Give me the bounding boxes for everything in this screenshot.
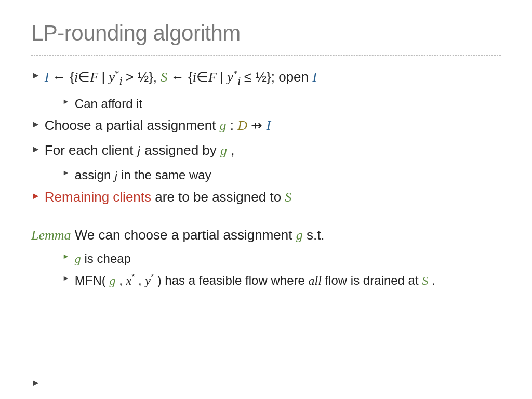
lemma-g: g xyxy=(296,228,303,243)
sub-bullet-arrow-3: ► xyxy=(62,168,70,177)
bullet-list: ► I ← {i∈F | y*i > ½}, S ← {i∈F | y*i ≤ … xyxy=(31,68,501,206)
bullet1-content: I ← {i∈F | y*i > ½}, S ← {i∈F | y*i ≤ ½}… xyxy=(45,68,317,88)
sub-bullet-3: ► assign j in the same way xyxy=(31,167,501,183)
bullet-item-4: ► Remaining clients are to be assigned t… xyxy=(31,189,501,206)
lemma-sub-2-text: MFN( g , x* , y* ) has a feasible flow w… xyxy=(75,272,435,289)
sub-bullet-3-text: assign j in the same way xyxy=(75,167,211,183)
sub-bullet-arrow-1: ► xyxy=(62,97,70,106)
bullet-item-3: ► For each client j assigned by g , xyxy=(31,142,501,159)
lemma-sub-1: ► g is cheap xyxy=(31,250,501,267)
bottom-divider xyxy=(31,374,501,374)
bullet3-content: For each client j assigned by g , xyxy=(45,142,235,159)
slide-title: LP-rounding algorithm xyxy=(31,21,501,46)
bottom-nav-arrow[interactable]: ► xyxy=(31,378,41,389)
bullet-arrow-2: ► xyxy=(31,118,41,130)
bullet-arrow-3: ► xyxy=(31,143,41,155)
bullet-arrow-4: ► xyxy=(31,190,41,202)
bullet-item-1: ► I ← {i∈F | y*i > ½}, S ← {i∈F | y*i ≤ … xyxy=(31,68,501,88)
slide: LP-rounding algorithm ► I ← {i∈F | y*i >… xyxy=(0,0,532,399)
top-divider xyxy=(31,55,501,56)
lemma-st: s.t. xyxy=(307,227,325,243)
bullet2-content: Choose a partial assignment g : D ⇸ I xyxy=(45,117,271,135)
lemma-sub-1-text: g is cheap xyxy=(75,250,131,267)
bullet4-content: Remaining clients are to be assigned to … xyxy=(45,189,292,206)
lemma-sub-arrow-1: ► xyxy=(62,251,70,261)
lemma-text: We can choose a partial assignment xyxy=(75,227,296,243)
bullet-arrow-1: ► xyxy=(31,70,41,82)
sub-bullet-1: ► Can afford it xyxy=(31,96,501,112)
sub-bullet-1-text: Can afford it xyxy=(75,96,142,112)
lemma-section: Lemma We can choose a partial assignment… xyxy=(31,227,501,289)
lemma-sub-arrow-2: ► xyxy=(62,273,70,283)
lemma-title-line: Lemma We can choose a partial assignment… xyxy=(31,227,501,243)
bullet-item-2: ► Choose a partial assignment g : D ⇸ I xyxy=(31,117,501,135)
main-content: ► I ← {i∈F | y*i > ½}, S ← {i∈F | y*i ≤ … xyxy=(31,68,501,289)
lemma-sub-2: ► MFN( g , x* , y* ) has a feasible flow… xyxy=(31,272,501,289)
lemma-keyword: Lemma xyxy=(31,228,71,243)
